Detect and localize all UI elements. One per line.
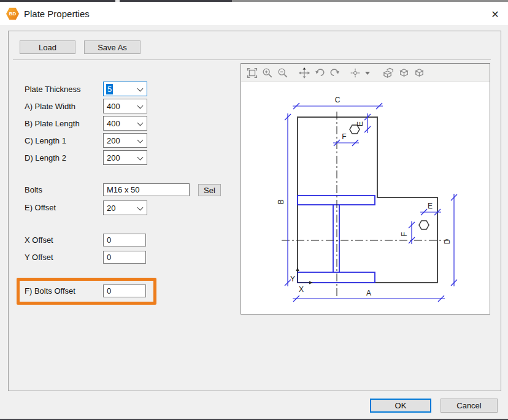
x-offset-value: 0 <box>107 235 111 245</box>
load-button[interactable]: Load <box>20 40 75 54</box>
bolts-value: M16 x 50 <box>107 185 139 194</box>
separator-line <box>13 59 491 60</box>
drawing-canvas[interactable]: C B A D E F E F Y X <box>241 82 490 314</box>
plate-properties-dialog: BD Plate Properties ✕ Load Save As Plate… <box>0 0 508 420</box>
app-icon-text: BD <box>9 11 17 17</box>
y-offset-field[interactable]: 0 <box>103 251 146 264</box>
zoom-in-icon[interactable] <box>260 66 275 80</box>
e-offset-combo[interactable]: 20 <box>103 200 147 215</box>
length-1-combo[interactable]: 200 <box>103 133 147 148</box>
f-bolts-offset-label: F) Bolts Offset <box>25 286 75 296</box>
length-2-value: 200 <box>104 153 120 162</box>
dim-label-e-right: E <box>428 202 433 210</box>
bolts-label: Bolts <box>25 185 42 195</box>
chevron-down-icon <box>137 120 144 126</box>
plate-thickness-value: 5 <box>106 84 113 94</box>
x-offset-field[interactable]: 0 <box>103 234 146 246</box>
dim-label-f-top: F <box>342 132 346 141</box>
close-icon: ✕ <box>491 9 499 20</box>
length-2-combo[interactable]: 200 <box>103 150 147 165</box>
plate-length-label: B) Plate Length <box>25 119 80 129</box>
bolt-hexagon-right <box>419 221 429 229</box>
view-menu-caret-icon[interactable] <box>363 66 372 80</box>
zoom-out-icon[interactable] <box>275 66 290 80</box>
dim-label-b: B <box>277 199 285 204</box>
center-target-icon[interactable] <box>347 66 363 80</box>
length-1-value: 200 <box>104 136 120 145</box>
f-bolts-offset-field[interactable]: 0 <box>103 284 146 297</box>
length-2-label: D) Length 2 <box>25 153 66 163</box>
plate-length-combo[interactable]: 400 <box>103 116 147 131</box>
dim-label-c: C <box>335 96 341 104</box>
rotate-left-icon[interactable] <box>312 66 327 80</box>
rotate-right-icon[interactable] <box>327 66 342 80</box>
view-iso-b-icon[interactable] <box>412 66 427 80</box>
dim-label-d: D <box>443 239 452 244</box>
plate-drawing: C B A D E F E F Y X <box>241 82 490 314</box>
cancel-button[interactable]: Cancel <box>441 399 498 413</box>
f-bolts-offset-value: 0 <box>107 286 111 296</box>
dim-label-e-top: E <box>356 121 364 126</box>
sel-button[interactable]: Sel <box>198 184 221 196</box>
chevron-down-icon <box>137 155 144 161</box>
chevron-down-icon <box>137 137 144 143</box>
plate-length-value: 400 <box>104 119 120 128</box>
preview-panel: C B A D E F E F Y X <box>241 63 490 315</box>
titlebar: BD Plate Properties ✕ <box>0 2 508 25</box>
dim-label-a: A <box>366 289 371 297</box>
e-offset-label: E) Offset <box>25 203 56 213</box>
y-offset-label: Y Offset <box>25 253 53 262</box>
y-offset-value: 0 <box>107 253 111 262</box>
plate-width-value: 400 <box>104 102 120 111</box>
axis-label-y: Y <box>290 275 295 283</box>
close-button[interactable]: ✕ <box>487 7 503 21</box>
e-offset-value: 20 <box>104 204 115 213</box>
bolts-field[interactable]: M16 x 50 <box>103 183 190 196</box>
chevron-down-icon <box>137 103 144 109</box>
ok-button[interactable]: OK <box>370 399 431 413</box>
chevron-down-icon <box>137 86 144 92</box>
save-as-button[interactable]: Save As <box>84 40 140 54</box>
dim-label-f-right: F <box>400 232 409 236</box>
axis-label-x: X <box>299 285 304 294</box>
plate-thickness-label: Plate Thickness <box>25 85 81 94</box>
plate-thickness-combo[interactable]: 5 <box>103 82 147 96</box>
plate-width-combo[interactable]: 400 <box>103 99 147 113</box>
x-offset-label: X Offset <box>25 235 53 245</box>
beam-section <box>298 196 375 283</box>
view-iso-a-icon[interactable] <box>396 66 412 80</box>
plate-width-label: A) Plate Width <box>25 102 75 112</box>
chevron-down-icon <box>137 205 144 211</box>
zoom-extents-icon[interactable] <box>244 66 260 80</box>
length-1-label: C) Length 1 <box>25 136 66 146</box>
app-icon: BD <box>6 7 19 20</box>
pan-icon[interactable] <box>296 66 312 80</box>
window-title: Plate Properties <box>24 9 90 19</box>
preview-toolbar <box>241 64 490 82</box>
view-iso-stack-icon[interactable] <box>381 66 396 80</box>
